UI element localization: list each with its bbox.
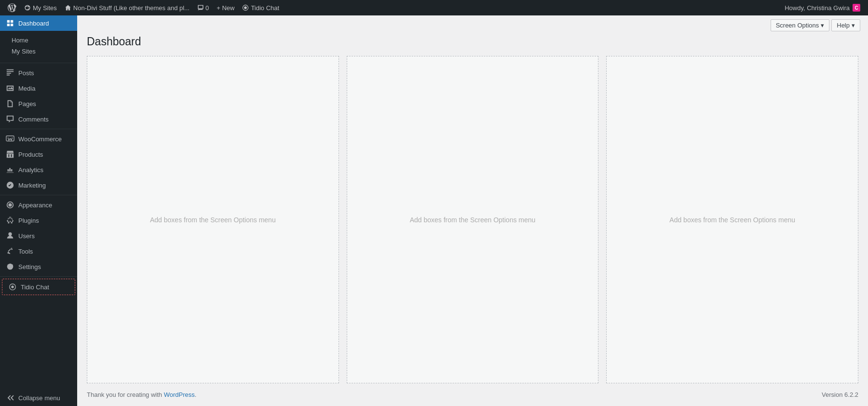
sidebar-divider-3	[0, 195, 77, 195]
dashboard-label: Dashboard	[18, 20, 49, 27]
tools-label: Tools	[18, 248, 33, 255]
marketing-label: Marketing	[18, 182, 46, 189]
dashboard-grid: Add boxes from the Screen Options menu A…	[77, 56, 868, 383]
users-label: Users	[18, 232, 35, 240]
howdy-label: Howdy, Christina Gwira	[785, 4, 850, 12]
svg-point-4	[11, 285, 14, 288]
appearance-icon	[6, 201, 14, 209]
site-name-label: Non-Divi Stuff (Like other themes and pl…	[73, 4, 190, 12]
products-icon	[6, 150, 14, 159]
comments-label: Comments	[18, 116, 49, 123]
comments-button[interactable]: 0	[193, 0, 213, 15]
my-sites-button[interactable]: My Sites	[20, 0, 61, 15]
sidebar-item-dashboard[interactable]: Dashboard	[0, 15, 77, 31]
sidebar-item-products[interactable]: Products	[0, 147, 77, 162]
new-content-button[interactable]: + New	[213, 0, 238, 15]
help-label: Help	[837, 22, 850, 29]
woocommerce-icon	[6, 135, 14, 143]
wp-logo-button[interactable]	[4, 0, 20, 15]
collapse-icon	[6, 393, 14, 402]
page-title: Dashboard	[87, 35, 858, 48]
wordpress-icon	[8, 3, 16, 12]
screen-options-label: Screen Options	[776, 22, 819, 29]
dashboard-box-2-text: Add boxes from the Screen Options menu	[410, 216, 536, 224]
appearance-label: Appearance	[18, 202, 52, 209]
version-text: Version 6.2.2	[822, 391, 858, 398]
dashboard-box-1-text: Add boxes from the Screen Options menu	[150, 216, 276, 224]
posts-icon	[6, 68, 14, 77]
analytics-icon	[6, 165, 14, 174]
home-icon	[65, 4, 71, 11]
pages-label: Pages	[18, 100, 36, 108]
tools-icon	[6, 247, 14, 256]
products-label: Products	[18, 151, 43, 158]
sidebar-item-home[interactable]: Home	[0, 35, 77, 46]
screen-options-button[interactable]: Screen Options ▾	[771, 19, 830, 31]
pages-icon	[6, 99, 14, 108]
sidebar: Dashboard Home My Sites Posts Media	[0, 15, 77, 406]
footer: Thank you for creating with WordPress. V…	[77, 383, 868, 406]
footer-text: Thank you for creating with WordPress.	[87, 391, 196, 398]
sidebar-item-tidio[interactable]: Tidio Chat	[2, 279, 75, 295]
howdy-text[interactable]: Howdy, Christina Gwira C	[781, 4, 864, 12]
settings-icon	[6, 262, 14, 271]
sidebar-item-comments[interactable]: Comments	[0, 111, 77, 127]
content-topbar: Screen Options ▾ Help ▾	[77, 15, 868, 31]
media-icon	[6, 84, 14, 93]
sidebar-item-woocommerce[interactable]: WooCommerce	[0, 131, 77, 147]
user-avatar: C	[853, 4, 860, 12]
plugins-icon	[6, 216, 14, 225]
wordpress-link[interactable]: WordPress	[164, 391, 195, 398]
comment-count: 0	[205, 4, 209, 12]
settings-label: Settings	[18, 263, 41, 271]
comments-icon	[197, 4, 204, 11]
my-sites-label: My Sites	[33, 4, 57, 12]
sidebar-divider-2	[0, 129, 77, 129]
users-icon	[6, 231, 14, 240]
adminbar-right: Howdy, Christina Gwira C	[781, 4, 864, 12]
sidebar-item-appearance[interactable]: Appearance	[0, 197, 77, 213]
page-title-wrap: Dashboard	[77, 31, 868, 56]
tidio-topbar-label: Tidio Chat	[251, 4, 279, 12]
sidebar-home-section: Home My Sites	[0, 31, 77, 61]
my-sites-sub-label: My Sites	[12, 48, 36, 55]
help-button[interactable]: Help ▾	[831, 19, 860, 31]
site-name-button[interactable]: Non-Divi Stuff (Like other themes and pl…	[61, 0, 193, 15]
sidebar-item-pages[interactable]: Pages	[0, 96, 77, 111]
sidebar-item-settings[interactable]: Settings	[0, 259, 77, 274]
sidebar-item-media[interactable]: Media	[0, 81, 77, 96]
sidebar-item-tools[interactable]: Tools	[0, 244, 77, 259]
main-wrapper: Dashboard Home My Sites Posts Media	[0, 0, 868, 406]
screen-options-chevron-icon: ▾	[821, 22, 824, 29]
tidio-label: Tidio Chat	[21, 284, 49, 291]
sidebar-item-users[interactable]: Users	[0, 228, 77, 244]
dashboard-box-2: Add boxes from the Screen Options menu	[347, 56, 599, 383]
svg-point-1	[244, 6, 247, 9]
collapse-menu-button[interactable]: Collapse menu	[0, 390, 77, 406]
dashboard-box-1: Add boxes from the Screen Options menu	[87, 56, 339, 383]
plugins-label: Plugins	[18, 217, 39, 224]
collapse-label: Collapse menu	[18, 394, 60, 402]
sidebar-item-posts[interactable]: Posts	[0, 65, 77, 81]
my-sites-icon	[24, 4, 31, 11]
marketing-icon	[6, 181, 14, 189]
sidebar-item-analytics[interactable]: Analytics	[0, 162, 77, 177]
help-chevron-icon: ▾	[852, 22, 855, 29]
dashboard-box-3: Add boxes from the Screen Options menu	[606, 56, 858, 383]
home-label: Home	[12, 37, 28, 44]
sidebar-divider-4	[0, 276, 77, 277]
tidio-topbar-button[interactable]: Tidio Chat	[238, 0, 283, 15]
dashboard-icon	[6, 19, 14, 27]
sidebar-item-my-sites[interactable]: My Sites	[0, 46, 77, 57]
woocommerce-label: WooCommerce	[18, 135, 62, 143]
tidio-topbar-icon	[242, 4, 249, 11]
new-label: + New	[217, 4, 234, 12]
dashboard-box-3-text: Add boxes from the Screen Options menu	[669, 216, 795, 224]
tidio-icon	[8, 283, 17, 291]
comments-sidebar-icon	[6, 115, 14, 123]
admin-bar: My Sites Non-Divi Stuff (Like other them…	[0, 0, 868, 15]
sidebar-item-marketing[interactable]: Marketing	[0, 177, 77, 193]
sidebar-divider-1	[0, 63, 77, 63]
sidebar-item-plugins[interactable]: Plugins	[0, 213, 77, 228]
analytics-label: Analytics	[18, 166, 43, 174]
